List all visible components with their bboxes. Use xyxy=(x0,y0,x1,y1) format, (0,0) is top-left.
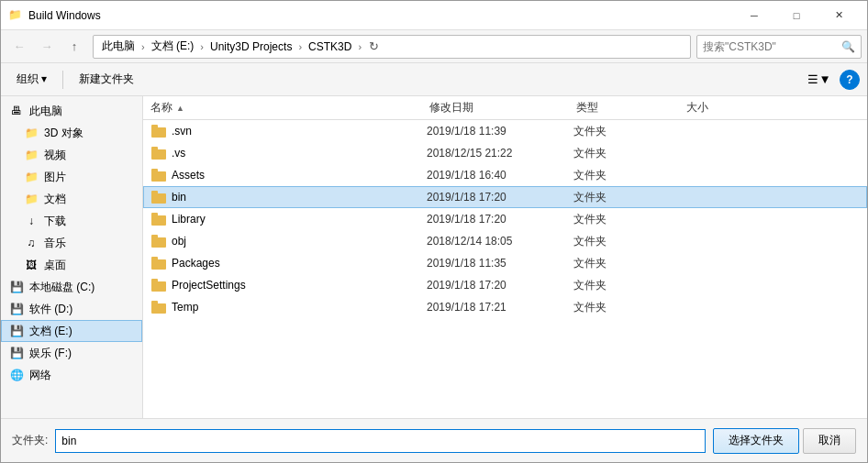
folder-icon xyxy=(151,125,166,138)
content-area: 🖶 此电脑 📁 3D 对象 📁 视频 📁 图片 📁 文档 ↓ 下载 xyxy=(1,96,867,418)
folder-icon xyxy=(151,213,166,226)
sidebar-item-drive-d[interactable]: 💾 软件 (D:) xyxy=(1,298,142,320)
sidebar-item-label: 网络 xyxy=(29,368,51,383)
file-cell-type: 文件夹 xyxy=(573,256,684,271)
folder-icon xyxy=(151,257,166,270)
sidebar-item-desktop[interactable]: 🖼 桌面 xyxy=(1,254,142,276)
sidebar-item-network[interactable]: 🌐 网络 xyxy=(1,364,142,386)
organize-button[interactable]: 组织 ▾ xyxy=(8,68,55,92)
view-icon: ☰▼ xyxy=(807,72,830,86)
bottom-bar: 文件夹: 选择文件夹 取消 xyxy=(1,418,867,462)
address-part-docs[interactable]: 文档 (E:) xyxy=(149,38,197,55)
file-row[interactable]: Packages 2019/1/18 11:35 文件夹 xyxy=(143,252,867,274)
file-row[interactable]: obj 2018/12/14 18:05 文件夹 xyxy=(143,230,867,252)
file-cell-date: 2019/1/18 17:20 xyxy=(427,279,573,292)
address-path: 此电脑 › 文档 (E:) › Unity3D Projects › CSTK3… xyxy=(99,38,363,55)
view-button[interactable]: ☰▼ xyxy=(807,68,832,92)
sidebar-item-label: 文档 xyxy=(44,192,66,207)
sidebar-item-label: 音乐 xyxy=(44,236,66,251)
file-cell-name: bin xyxy=(151,191,427,204)
filename-input[interactable] xyxy=(55,429,706,453)
file-cell-name: obj xyxy=(151,235,427,248)
file-cell-name: .svn xyxy=(151,125,427,138)
folder-icon xyxy=(151,235,166,248)
sidebar-item-3d[interactable]: 📁 3D 对象 xyxy=(1,122,142,144)
window-icon: 📁 xyxy=(8,8,23,23)
file-cell-name: Temp xyxy=(151,301,427,314)
sidebar-item-label: 3D 对象 xyxy=(44,126,83,141)
file-row[interactable]: .svn 2019/1/18 11:39 文件夹 xyxy=(143,120,867,142)
file-cell-name: ProjectSettings xyxy=(151,279,427,292)
help-button[interactable]: ? xyxy=(840,70,860,90)
folder-icon xyxy=(151,191,166,204)
sidebar-item-label: 软件 (D:) xyxy=(29,302,72,317)
file-cell-date: 2019/1/18 11:39 xyxy=(427,125,573,138)
sidebar-item-music[interactable]: ♫ 音乐 xyxy=(1,232,142,254)
search-input[interactable] xyxy=(703,40,841,53)
drive-icon-e: 💾 xyxy=(9,324,24,338)
select-folder-button[interactable]: 选择文件夹 xyxy=(713,428,799,454)
search-icon: 🔍 xyxy=(841,40,855,53)
search-bar: 🔍 xyxy=(696,35,862,59)
file-row[interactable]: bin 2019/1/18 17:20 文件夹 xyxy=(143,186,867,208)
sidebar-item-pictures[interactable]: 📁 图片 xyxy=(1,166,142,188)
address-part-current[interactable]: CSTK3D xyxy=(306,39,354,54)
file-cell-date: 2019/1/18 11:35 xyxy=(427,257,573,270)
folder-icon xyxy=(151,169,166,182)
file-cell-date: 2019/1/18 17:20 xyxy=(427,191,573,204)
sidebar-item-drive-f[interactable]: 💾 娱乐 (F:) xyxy=(1,342,142,364)
folder-icon-documents: 📁 xyxy=(24,192,39,206)
network-icon: 🌐 xyxy=(9,368,24,382)
file-row[interactable]: Library 2019/1/18 17:20 文件夹 xyxy=(143,208,867,230)
file-cell-date: 2018/12/15 21:22 xyxy=(427,147,573,160)
col-header-type[interactable]: 类型 xyxy=(573,98,683,117)
sort-arrow-icon: ▲ xyxy=(176,104,184,113)
desktop-icon: 🖼 xyxy=(24,258,39,272)
filename-label: 文件夹: xyxy=(12,433,48,448)
up-button[interactable]: ↑ xyxy=(61,34,87,60)
file-row[interactable]: Temp 2019/1/18 17:21 文件夹 xyxy=(143,296,867,318)
file-cell-type: 文件夹 xyxy=(573,146,684,161)
address-part-projects[interactable]: Unity3D Projects xyxy=(207,39,295,54)
drive-icon-d: 💾 xyxy=(9,302,24,316)
forward-button[interactable]: → xyxy=(34,34,60,60)
action-buttons: 选择文件夹 取消 xyxy=(713,428,856,454)
file-cell-type: 文件夹 xyxy=(573,190,684,205)
col-header-date[interactable]: 修改日期 xyxy=(426,98,573,117)
file-cell-name: .vs xyxy=(151,147,427,160)
computer-icon: 🖶 xyxy=(9,104,24,118)
sidebar-item-label: 文档 (E:) xyxy=(29,324,72,339)
sidebar-item-video[interactable]: 📁 视频 xyxy=(1,144,142,166)
sidebar-item-downloads[interactable]: ↓ 下载 xyxy=(1,210,142,232)
sidebar-item-label: 视频 xyxy=(44,148,66,163)
minimize-button[interactable]: ─ xyxy=(733,1,775,30)
file-row[interactable]: ProjectSettings 2019/1/18 17:20 文件夹 xyxy=(143,274,867,296)
folder-icon xyxy=(151,147,166,160)
file-cell-date: 2018/12/14 18:05 xyxy=(427,235,573,248)
sidebar-item-label: 娱乐 (F:) xyxy=(29,346,72,361)
maximize-button[interactable]: □ xyxy=(775,1,818,30)
file-row[interactable]: Assets 2019/1/18 16:40 文件夹 xyxy=(143,164,867,186)
sidebar-item-drive-c[interactable]: 💾 本地磁盘 (C:) xyxy=(1,276,142,298)
sidebar-item-label: 桌面 xyxy=(44,258,66,273)
close-button[interactable]: ✕ xyxy=(818,1,860,30)
folder-icon xyxy=(151,279,166,292)
sidebar-item-computer[interactable]: 🖶 此电脑 xyxy=(1,100,142,122)
col-header-name[interactable]: 名称 ▲ xyxy=(150,100,426,116)
new-folder-button[interactable]: 新建文件夹 xyxy=(71,68,142,92)
folder-icon-pictures: 📁 xyxy=(24,170,39,184)
nav-bar: ← → ↑ 此电脑 › 文档 (E:) › Unity3D Projects ›… xyxy=(1,30,867,63)
folder-icon xyxy=(151,301,166,314)
col-header-size[interactable]: 大小 xyxy=(683,98,756,117)
sidebar-item-drive-e[interactable]: 💾 文档 (E:) xyxy=(1,320,142,342)
sidebar-item-documents[interactable]: 📁 文档 xyxy=(1,188,142,210)
download-icon: ↓ xyxy=(24,214,39,228)
file-row[interactable]: .vs 2018/12/15 21:22 文件夹 xyxy=(143,142,867,164)
file-cell-name: Assets xyxy=(151,169,427,182)
back-button[interactable]: ← xyxy=(6,34,32,60)
main-window: 📁 Build Windows ─ □ ✕ ← → ↑ 此电脑 › 文档 (E:… xyxy=(0,0,868,463)
folder-icon-3d: 📁 xyxy=(24,126,39,140)
address-part-computer[interactable]: 此电脑 xyxy=(99,38,138,55)
cancel-button[interactable]: 取消 xyxy=(803,428,856,454)
address-refresh-button[interactable]: ↻ xyxy=(363,35,384,59)
